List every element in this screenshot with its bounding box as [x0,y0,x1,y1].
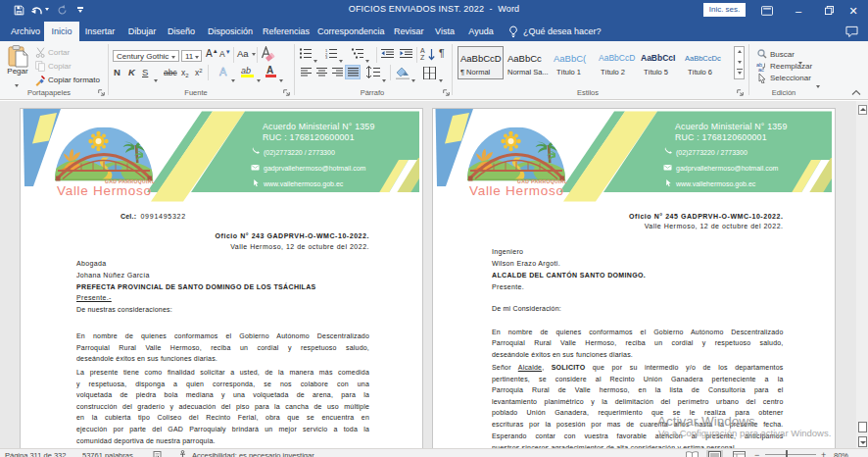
svg-text:3: 3 [325,55,328,59]
svg-text:RUC : 1768120600001: RUC : 1768120600001 [263,132,355,142]
svg-text:Valle Hermoso: Valle Hermoso [57,183,152,198]
svg-text:www.vallehermoso.gob.ec: www.vallehermoso.gob.ec [263,180,344,188]
svg-text:Acuerdo Ministerial N° 1359: Acuerdo Ministerial N° 1359 [263,122,375,131]
svg-text:gadprvallehermoso@hotmail.com: gadprvallehermoso@hotmail.com [264,165,366,173]
svg-text:(02)2773220 / 2773300: (02)2773220 / 2773300 [264,149,335,157]
